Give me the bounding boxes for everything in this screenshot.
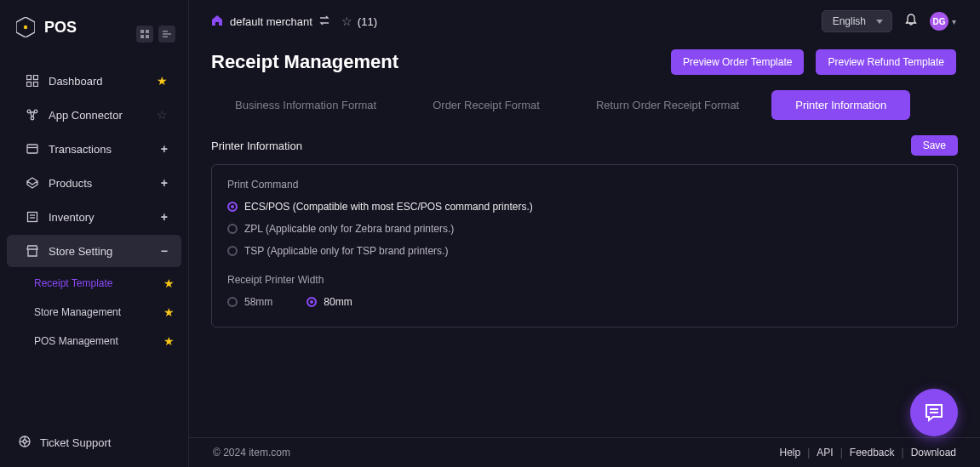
radio-dot-icon (227, 202, 238, 212)
radio-tsp[interactable]: TSP (Applicable only for TSP brand print… (227, 245, 942, 257)
page-header: Receipt Management Preview Order Templat… (189, 41, 980, 87)
radio-dot-icon (227, 246, 238, 256)
avatar: DG (930, 12, 948, 31)
radio-ecs-pos[interactable]: ECS/POS (Compatible with most ESC/POS co… (227, 201, 942, 213)
radio-label: 58mm (244, 296, 272, 308)
star-icon[interactable]: ★ (163, 276, 175, 290)
sub-item-pos-management[interactable]: POS Management ★ (34, 327, 188, 356)
svg-rect-5 (146, 35, 149, 38)
tabs: Business Information Format Order Receip… (189, 90, 980, 120)
footer-link-feedback[interactable]: Feedback (850, 447, 895, 458)
minus-icon[interactable]: − (161, 244, 168, 258)
language-select[interactable]: English (822, 10, 892, 32)
star-outline-icon[interactable]: ☆ (157, 108, 168, 122)
brand-logo-icon (15, 17, 36, 37)
favorites-button[interactable]: ☆ (11) (341, 14, 377, 28)
avatar-initials: DG (933, 17, 946, 26)
svg-rect-7 (163, 33, 171, 35)
svg-point-1 (24, 26, 27, 29)
connector-icon (26, 108, 39, 122)
print-command-group: ECS/POS (Compatible with most ESC/POS co… (227, 201, 942, 257)
sub-item-store-management[interactable]: Store Management ★ (34, 298, 188, 327)
topbar: default merchant ☆ (11) English (189, 0, 980, 41)
svg-rect-2 (140, 30, 144, 33)
sidebar-item-label: Products (49, 177, 92, 190)
transactions-icon (26, 142, 39, 156)
radio-zpl[interactable]: ZPL (Applicable only for Zebra brand pri… (227, 223, 942, 235)
svg-rect-6 (163, 31, 168, 32)
bell-icon[interactable] (904, 13, 918, 30)
radio-dot-icon (227, 224, 238, 234)
tab-business-info[interactable]: Business Information Format (211, 90, 400, 120)
user-menu[interactable]: DG ▾ (930, 12, 956, 31)
sidebar-item-products[interactable]: Products + (7, 167, 181, 199)
star-icon[interactable]: ★ (163, 305, 175, 319)
plus-icon[interactable]: + (161, 176, 168, 190)
radio-dot-icon (307, 297, 317, 307)
merchant-switcher[interactable]: default merchant (211, 14, 330, 29)
printer-panel: Print Command ECS/POS (Compatible with m… (211, 164, 958, 327)
main: default merchant ☆ (11) English (189, 0, 980, 467)
svg-rect-8 (163, 36, 168, 37)
sidebar-item-label: Ticket Support (40, 436, 111, 449)
sidebar-item-store-setting[interactable]: Store Setting − (7, 235, 181, 267)
preview-refund-button[interactable]: Preview Refund Template (816, 49, 956, 75)
section: Printer Information Save Print Command E… (189, 120, 980, 327)
sidebar-item-app-connector[interactable]: App Connector ☆ (7, 99, 181, 131)
sub-item-label: Receipt Template (34, 277, 113, 289)
sidebar-item-inventory[interactable]: Inventory + (7, 201, 181, 233)
favorites-count: (11) (358, 15, 377, 28)
footer-link-download[interactable]: Download (911, 447, 956, 458)
printer-width-label: Receipt Printer Width (227, 274, 942, 286)
tab-order-receipt[interactable]: Order Receipt Format (409, 90, 564, 120)
plus-icon[interactable]: + (161, 142, 168, 156)
sidebar-item-ticket-support[interactable]: Ticket Support (0, 424, 188, 467)
svg-rect-11 (27, 83, 32, 87)
plus-icon[interactable]: + (161, 210, 168, 224)
radio-58mm[interactable]: 58mm (227, 296, 272, 308)
svg-point-14 (34, 110, 37, 113)
star-icon[interactable]: ★ (163, 334, 175, 348)
radio-label: ZPL (Applicable only for Zebra brand pri… (244, 223, 454, 235)
footer-link-api[interactable]: API (817, 447, 833, 458)
home-icon (211, 14, 223, 29)
chat-icon (923, 402, 945, 424)
sidebar: POS Dashboard ★ (0, 0, 189, 467)
preview-order-button[interactable]: Preview Order Template (671, 49, 805, 75)
svg-point-15 (31, 117, 34, 120)
tab-return-receipt[interactable]: Return Order Receipt Format (572, 90, 763, 120)
star-outline-icon: ☆ (341, 14, 352, 28)
chevron-down-icon: ▾ (952, 17, 956, 26)
sidebar-item-label: Dashboard (49, 75, 103, 88)
svg-point-13 (27, 110, 31, 113)
radio-80mm[interactable]: 80mm (307, 296, 352, 308)
swap-icon (319, 15, 330, 28)
support-icon (19, 436, 31, 450)
radio-dot-icon (227, 297, 238, 307)
nav: Dashboard ★ App Connector ☆ (0, 63, 188, 424)
sub-nav: Receipt Template ★ Store Management ★ PO… (0, 269, 188, 356)
star-icon[interactable]: ★ (157, 74, 168, 88)
language-label: English (833, 15, 866, 27)
sub-item-receipt-template[interactable]: Receipt Template ★ (34, 269, 188, 298)
svg-rect-3 (146, 30, 149, 33)
footer-link-help[interactable]: Help (780, 447, 801, 458)
collapse-sidebar-icon[interactable] (158, 26, 175, 43)
svg-rect-4 (140, 35, 144, 38)
dashboard-icon (26, 74, 39, 88)
save-button[interactable]: Save (911, 135, 958, 156)
chat-fab[interactable] (910, 389, 958, 436)
page-title: Receipt Management (211, 51, 398, 73)
grid-view-icon[interactable] (136, 26, 153, 43)
store-icon (26, 244, 39, 258)
svg-point-22 (23, 440, 26, 443)
tab-printer-info[interactable]: Printer Information (771, 90, 910, 120)
products-icon (26, 176, 39, 190)
sidebar-item-transactions[interactable]: Transactions + (7, 133, 181, 165)
sub-item-label: Store Management (34, 306, 121, 318)
radio-label: ECS/POS (Compatible with most ESC/POS co… (244, 201, 533, 213)
sidebar-item-dashboard[interactable]: Dashboard ★ (7, 65, 181, 97)
section-title: Printer Information (211, 140, 302, 152)
footer: © 2024 item.com Help| API| Feedback| Dow… (189, 437, 980, 467)
svg-rect-9 (27, 76, 32, 80)
